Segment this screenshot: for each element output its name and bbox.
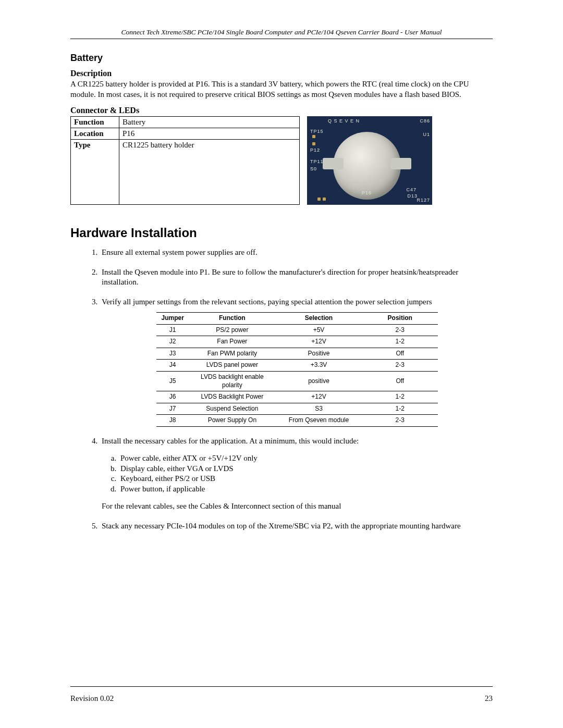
battery-title: Battery: [70, 53, 493, 64]
step-3-text: Verify all jumper settings from the rele…: [102, 298, 432, 306]
step-5: Stack any necessary PCIe-104 modules on …: [100, 521, 493, 532]
description-text: A CR1225 battery holder is provided at P…: [70, 79, 493, 100]
silk-r127: R127: [417, 198, 430, 203]
silk-tp12: P12: [310, 147, 320, 153]
jumper-cell: J4: [156, 360, 189, 372]
silk-tp15: TP15: [310, 129, 324, 134]
silk-brand: Q S E V E N: [328, 118, 360, 124]
jumper-cell: S3: [275, 403, 362, 415]
battery-photo: Q S E V E N TP15 P12 TP11 S0 C86 U1 P16 …: [307, 116, 432, 205]
connector-table: Function Battery Location P16 Type CR122…: [70, 116, 300, 205]
jumper-row: J6LVDS Backlight Power+12V1-2: [156, 391, 438, 403]
jumper-row: J3Fan PWM polarityPositiveOff: [156, 348, 438, 360]
jumper-row: J8Power Supply OnFrom Qseven module2-3: [156, 415, 438, 427]
jumper-cell: Positive: [275, 348, 362, 360]
conn-location-label: Location: [71, 128, 119, 140]
silk-d13: D13: [407, 193, 418, 199]
jumper-cell: 1-2: [362, 403, 438, 415]
jumper-cell: Power Supply On: [189, 415, 275, 427]
jumper-th-selection: Selection: [275, 313, 362, 325]
jumper-cell: 2-3: [362, 415, 438, 427]
conn-function-value: Battery: [119, 117, 300, 128]
jumper-row: J5LVDS backlight enable polaritypositive…: [156, 371, 438, 391]
silk-u1: U1: [423, 132, 430, 137]
pcb-pad-icon: [323, 198, 326, 201]
jumper-row: J2Fan Power+12V1-2: [156, 336, 438, 348]
pcb-pad-icon: [312, 135, 315, 138]
jumper-cell: PS/2 power: [189, 324, 275, 336]
cable-d: Power button, if applicable: [118, 484, 493, 495]
jumper-cell: LVDS backlight enable polarity: [189, 371, 275, 391]
step-3: Verify all jumper settings from the rele…: [100, 297, 493, 427]
footer-rule: [70, 686, 493, 687]
jumper-cell: 1-2: [362, 336, 438, 348]
jumper-cell: +3.3V: [275, 360, 362, 372]
jumper-cell: 2-3: [362, 324, 438, 336]
jumper-th-jumper: Jumper: [156, 313, 189, 325]
page-header: Connect Tech Xtreme/SBC PCIe/104 Single …: [70, 28, 493, 39]
jumper-th-position: Position: [362, 313, 438, 325]
step-4: Install the necessary cables for the app…: [100, 436, 493, 512]
jumper-cell: Fan PWM polarity: [189, 348, 275, 360]
jumper-cell: 2-3: [362, 360, 438, 372]
silk-c47: C47: [406, 187, 417, 192]
conn-location-value: P16: [119, 128, 300, 140]
hardware-installation-title: Hardware Installation: [70, 226, 493, 240]
description-heading: Description: [70, 69, 493, 78]
header-rule: [70, 39, 493, 39]
silk-p16: P16: [362, 190, 372, 195]
jumper-cell: 1-2: [362, 391, 438, 403]
jumper-cell: J3: [156, 348, 189, 360]
conn-function-label: Function: [71, 117, 119, 128]
jumper-cell: +12V: [275, 336, 362, 348]
jumper-row: J1PS/2 power+5V2-3: [156, 324, 438, 336]
jumper-row: J7Suspend SelectionS31-2: [156, 403, 438, 415]
step-4-text: Install the necessary cables for the app…: [102, 437, 359, 445]
conn-type-value: CR1225 battery holder: [119, 140, 300, 205]
jumper-cell: LVDS panel power: [189, 360, 275, 372]
jumper-cell: J5: [156, 371, 189, 391]
jumper-cell: Fan Power: [189, 336, 275, 348]
footer-page-number: 23: [485, 694, 493, 703]
footer-revision: Revision 0.02: [70, 694, 114, 703]
cables-followup: For the relevant cables, see the Cables …: [102, 501, 493, 512]
jumper-th-function: Function: [189, 313, 275, 325]
jumper-row: J4LVDS panel power+3.3V2-3: [156, 360, 438, 372]
jumper-cell: Suspend Selection: [189, 403, 275, 415]
jumper-cell: +5V: [275, 324, 362, 336]
jumper-cell: positive: [275, 371, 362, 391]
jumper-cell: From Qseven module: [275, 415, 362, 427]
cable-b: Display cable, either VGA or LVDS: [118, 464, 493, 474]
silk-s0: S0: [310, 166, 317, 171]
jumper-cell: J8: [156, 415, 189, 427]
jumper-cell: J7: [156, 403, 189, 415]
connector-heading: Connector & LEDs: [70, 106, 493, 115]
silk-c86: C86: [420, 118, 430, 124]
pcb-pad-icon: [312, 142, 315, 145]
cable-a: Power cable, either ATX or +5V/+12V only: [118, 453, 493, 464]
jumper-cell: +12V: [275, 391, 362, 403]
jumper-cell: Off: [362, 348, 438, 360]
cable-list: Power cable, either ATX or +5V/+12V only…: [102, 453, 493, 494]
jumper-cell: LVDS Backlight Power: [189, 391, 275, 403]
step-1: Ensure all external system power supplie…: [100, 248, 493, 258]
install-steps: Ensure all external system power supplie…: [70, 248, 493, 531]
jumper-cell: J2: [156, 336, 189, 348]
battery-clip-right: [390, 158, 411, 169]
conn-type-label: Type: [71, 140, 119, 205]
jumper-cell: J1: [156, 324, 189, 336]
battery-clip-left: [323, 158, 344, 169]
pcb-pad-icon: [317, 198, 321, 201]
jumper-cell: J6: [156, 391, 189, 403]
silk-tp11: TP11: [310, 159, 324, 164]
cable-c: Keyboard, either PS/2 or USB: [118, 474, 493, 484]
jumper-cell: Off: [362, 371, 438, 391]
step-2: Install the Qseven module into P1. Be su…: [100, 267, 493, 288]
jumper-table: Jumper Function Selection Position J1PS/…: [156, 312, 438, 427]
